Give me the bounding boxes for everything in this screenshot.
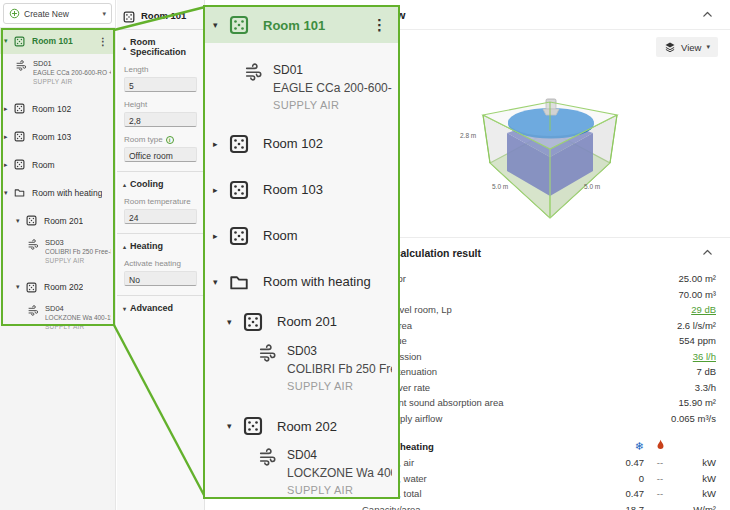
length-field[interactable]: 5 xyxy=(124,77,197,92)
room-icon xyxy=(14,36,25,47)
chevron-down-icon[interactable]: ▾ xyxy=(213,20,229,30)
cooling-heating-section: Cooling/heating ❄ Capacity, air0.47--kW … xyxy=(350,437,730,510)
magnified-tree-panel: ▾ Room 101 ⋮ SD01 EAGLE CCa 200-600-RO +… xyxy=(203,5,400,499)
project-tree-panel: Create New ▾ ▾ Room 101 ⋮ SD01 EAGLE CCa… xyxy=(0,0,116,510)
tree-row-room-102-magnified[interactable]: ▸ Room 102 xyxy=(205,132,398,156)
chevron-down-icon: ▾ xyxy=(102,10,106,18)
height-field[interactable]: 2,8 xyxy=(124,112,197,127)
tree-row-room-magnified[interactable]: ▸ Room xyxy=(205,224,398,248)
tree-row-room-103-magnified[interactable]: ▸ Room 103 xyxy=(205,178,398,202)
chevron-down-icon[interactable]: ▾ xyxy=(4,37,14,45)
chevron-down-icon[interactable]: ▾ xyxy=(227,317,243,327)
section-header[interactable]: ▴ Heating xyxy=(117,241,204,251)
section-header[interactable]: ▴ Cooling xyxy=(117,179,204,189)
unit-airtype: SUPPLY AIR xyxy=(45,257,111,266)
section-advanced: ▾ Advanced xyxy=(117,295,204,322)
tree-row-sd03[interactable]: SD03 COLIBRI Fb 250 Free-RO SUPPLY AIR xyxy=(0,233,115,272)
tree-row-room-202[interactable]: ▾ Room 202 xyxy=(0,279,115,295)
toolbar: Create New ▾ xyxy=(0,0,115,28)
tree-row-room-201-magnified[interactable]: ▾ Room 201 xyxy=(205,310,398,334)
tree-row-room-102[interactable]: ▸ Room 102 xyxy=(0,101,115,117)
tree-row-room-with-heating-magnified[interactable]: ▾ Room with heating xyxy=(205,270,398,294)
section-title: Advanced xyxy=(130,303,173,313)
air-diffuser-icon xyxy=(259,344,277,362)
chevron-right-icon[interactable]: ▸ xyxy=(213,139,229,149)
preview-panel: Preview View ▾ 2.8 m 5.0 m xyxy=(350,0,730,510)
chevron-down-icon[interactable]: ▾ xyxy=(16,283,26,291)
unit-code: SD04 xyxy=(45,304,111,314)
section-header[interactable]: ▴ Room Specification xyxy=(117,37,204,57)
unit-code: SD01 xyxy=(273,61,392,79)
room-icon xyxy=(26,215,37,226)
chevron-right-icon[interactable]: ▸ xyxy=(4,105,14,113)
unit-product: COLIBRI Fb 250 Free-RO xyxy=(45,248,111,257)
tree-row-label: Room 103 xyxy=(263,182,323,197)
result-row: Airflow/area2.6 l/s/m² xyxy=(350,320,730,336)
result-row: CO2 value554 ppm xyxy=(350,335,730,351)
chevron-right-icon[interactable]: ▸ xyxy=(213,231,229,241)
chevron-down-icon[interactable]: ▾ xyxy=(16,217,26,225)
room-temperature-field[interactable]: 24 xyxy=(124,209,197,224)
unit-product: COLIBRI Fb 250 Free-RO xyxy=(287,360,392,378)
section-title: Cooling xyxy=(130,179,164,189)
activate-heating-select[interactable]: No xyxy=(124,271,197,286)
kebab-menu-icon[interactable]: ⋮ xyxy=(369,16,390,34)
tree-row-sd04-magnified[interactable]: SD04 LOCKZONE Wa 400-150 + SUPPLY AIR xyxy=(205,438,398,499)
tree-row-label: Room with heating xyxy=(263,274,371,289)
tree-row-label: Room 202 xyxy=(44,282,83,292)
chevron-up-icon[interactable] xyxy=(701,8,714,21)
chevron-down-icon[interactable]: ▾ xyxy=(227,421,243,431)
kebab-menu-icon[interactable]: ⋮ xyxy=(95,36,111,47)
collapse-icon: ▴ xyxy=(123,243,126,250)
tree-row-sd03-magnified[interactable]: SD03 COLIBRI Fb 250 Free-RO SUPPLY AIR xyxy=(205,334,398,395)
tree-row-label: Room 202 xyxy=(277,419,337,434)
chevron-right-icon[interactable]: ▸ xyxy=(4,133,14,141)
air-diffuser-icon xyxy=(259,448,277,466)
tree-row-sd01-magnified[interactable]: SD01 EAGLE CCa 200-600-RO + ALS SUPPLY A… xyxy=(205,53,398,114)
field-label: Length xyxy=(124,65,197,74)
tree-row-sd04[interactable]: SD04 LOCKZONE Wa 400-150 + SUPPLY AIR xyxy=(0,299,115,338)
tree-row-label: Room 102 xyxy=(263,136,323,151)
result-row: Room attenuation7 dB xyxy=(350,366,730,382)
section-header[interactable]: ▾ Advanced xyxy=(117,303,204,313)
tree-row-room-101[interactable]: ▾ Room 101 ⋮ xyxy=(0,28,115,54)
tree-row-room-202-magnified[interactable]: ▾ Room 202 xyxy=(205,414,398,438)
room-icon xyxy=(229,180,249,200)
create-new-button[interactable]: Create New ▾ xyxy=(3,3,112,24)
air-diffuser-icon xyxy=(16,60,27,71)
unit-airtype: SUPPLY AIR xyxy=(287,482,392,499)
plus-circle-icon xyxy=(9,8,20,19)
result-row: Volume70.00 m³ xyxy=(350,289,730,305)
tree-row-room-201[interactable]: ▾ Room 201 xyxy=(0,213,115,229)
chevron-down-icon[interactable]: ▾ xyxy=(213,277,229,287)
tree-row-label: Room xyxy=(263,228,298,243)
tree-row-label: Room 201 xyxy=(277,314,337,329)
section-title: Heating xyxy=(130,241,163,251)
tree-row-room[interactable]: ▸ Room xyxy=(0,157,115,173)
chevron-down-icon[interactable]: ▾ xyxy=(4,189,14,197)
chevron-right-icon[interactable]: ▸ xyxy=(4,161,14,169)
capacity-row: Capacity, total0.47--kW xyxy=(350,486,730,502)
unit-code: SD03 xyxy=(45,238,111,248)
co2-emission-link[interactable]: 36 l/h xyxy=(693,351,716,362)
room-icon xyxy=(229,226,249,246)
folder-icon xyxy=(14,187,25,198)
room-icon xyxy=(14,159,25,170)
results-table: Area, floor25.00 m² Volume70.00 m³ Sound… xyxy=(350,265,730,428)
info-icon[interactable]: i xyxy=(166,136,174,144)
tree-row-room-with-heating[interactable]: ▾ Room with heating xyxy=(0,185,115,201)
chevron-right-icon[interactable]: ▸ xyxy=(213,185,229,195)
folder-icon xyxy=(229,272,249,292)
tree-row-sd01[interactable]: SD01 EAGLE CCa 200-600-RO + ALS SUPPLY A… xyxy=(0,54,115,93)
section-title: Room Specification xyxy=(130,37,198,57)
sound-level-link[interactable]: 29 dB xyxy=(691,304,716,315)
room-type-select[interactable]: Office room xyxy=(124,147,197,162)
chevron-up-icon[interactable] xyxy=(701,246,714,259)
room-3d-view[interactable]: 2.8 m 5.0 m 5.0 m xyxy=(350,61,730,237)
tree-row-room-101-magnified[interactable]: ▾ Room 101 ⋮ xyxy=(205,7,398,43)
unit-product: EAGLE CCa 200-600-RO + ALS xyxy=(273,79,392,97)
tree-row-room-103[interactable]: ▸ Room 103 xyxy=(0,129,115,145)
unit-airtype: SUPPLY AIR xyxy=(33,78,111,87)
unit-airtype: SUPPLY AIR xyxy=(273,97,392,114)
view-dropdown-button[interactable]: View ▾ xyxy=(656,37,718,57)
